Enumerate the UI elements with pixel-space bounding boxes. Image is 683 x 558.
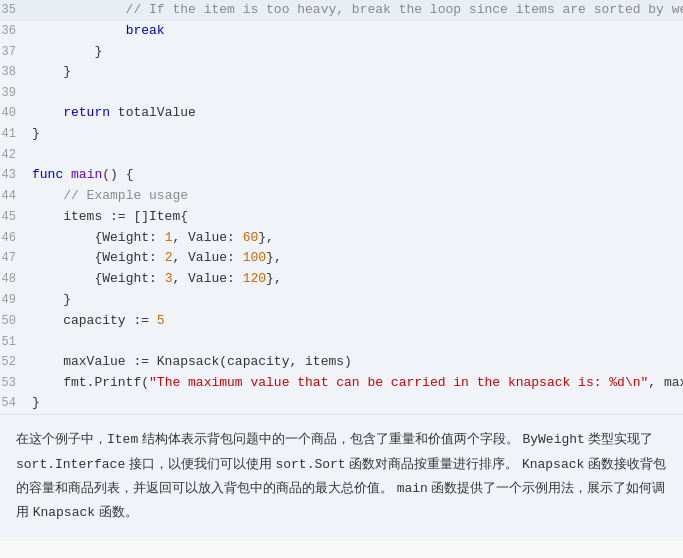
code-line: 49 } [0, 290, 683, 311]
line-number: 48 [0, 269, 32, 289]
line-number: 38 [0, 62, 32, 82]
code-line: 50 capacity := 5 [0, 311, 683, 332]
line-number: 37 [0, 42, 32, 62]
line-content: {Weight: 3, Value: 120}, [32, 269, 675, 290]
line-content: break [32, 21, 675, 42]
code-line: 53 fmt.Printf("The maximum value that ca… [0, 373, 683, 394]
line-number: 54 [0, 393, 32, 413]
line-number: 46 [0, 228, 32, 248]
line-content: // Example usage [32, 186, 675, 207]
code-line: 45 items := []Item{ [0, 207, 683, 228]
code-line: 48 {Weight: 3, Value: 120}, [0, 269, 683, 290]
code-line: 52 maxValue := Knapsack(capacity, items) [0, 352, 683, 373]
line-number: 43 [0, 165, 32, 185]
line-number: 49 [0, 290, 32, 310]
code-line: 54} [0, 393, 683, 414]
line-content: {Weight: 2, Value: 100}, [32, 248, 675, 269]
code-line: 44 // Example usage [0, 186, 683, 207]
line-content: func main() { [32, 165, 675, 186]
line-content: } [32, 124, 675, 145]
line-number: 51 [0, 332, 32, 352]
line-content: // If the item is too heavy, break the l… [32, 0, 683, 21]
line-content: } [32, 393, 675, 414]
line-number: 44 [0, 186, 32, 206]
code-line: 35 // If the item is too heavy, break th… [0, 0, 683, 21]
code-line: 51 [0, 332, 683, 352]
line-content: items := []Item{ [32, 207, 675, 228]
line-content: {Weight: 1, Value: 60}, [32, 228, 675, 249]
code-block: 35 // If the item is too heavy, break th… [0, 0, 683, 414]
line-number: 52 [0, 352, 32, 372]
code-line: 39 [0, 83, 683, 103]
line-number: 42 [0, 145, 32, 165]
description-block: 在这个例子中，Item 结构体表示背包问题中的一个商品，包含了重量和价值两个字段… [0, 414, 683, 537]
line-number: 41 [0, 124, 32, 144]
code-line: 43func main() { [0, 165, 683, 186]
line-content: } [32, 62, 675, 83]
line-content: maxValue := Knapsack(capacity, items) [32, 352, 675, 373]
line-content: } [32, 42, 675, 63]
code-line: 41} [0, 124, 683, 145]
code-line: 42 [0, 145, 683, 165]
line-number: 53 [0, 373, 32, 393]
line-content: capacity := 5 [32, 311, 675, 332]
line-number: 50 [0, 311, 32, 331]
line-content: return totalValue [32, 103, 675, 124]
line-number: 39 [0, 83, 32, 103]
line-number: 40 [0, 103, 32, 123]
code-line: 36 break [0, 21, 683, 42]
code-line: 37 } [0, 42, 683, 63]
line-number: 47 [0, 248, 32, 268]
line-content: fmt.Printf("The maximum value that can b… [32, 373, 683, 394]
code-line: 40 return totalValue [0, 103, 683, 124]
line-number: 36 [0, 21, 32, 41]
description-text: 在这个例子中，Item 结构体表示背包问题中的一个商品，包含了重量和价值两个字段… [16, 427, 667, 525]
line-number: 35 [0, 0, 32, 20]
code-line: 47 {Weight: 2, Value: 100}, [0, 248, 683, 269]
code-line: 46 {Weight: 1, Value: 60}, [0, 228, 683, 249]
line-number: 45 [0, 207, 32, 227]
code-line: 38 } [0, 62, 683, 83]
line-content: } [32, 290, 675, 311]
